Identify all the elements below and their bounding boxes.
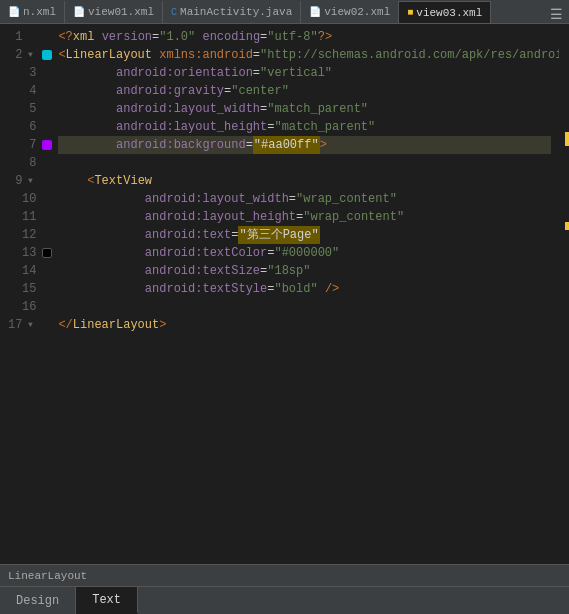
- breadcrumb-bar: LinearLayout: [0, 564, 569, 586]
- code-line-16: [58, 298, 551, 316]
- code-line-10: android:layout_width="wrap_content": [58, 190, 551, 208]
- code-line-15: android:textStyle="bold" />: [58, 280, 551, 298]
- editor-container: 1 2▼ 3 4 5 6 7 8 9▼ 10 11 12 13 14 15 16…: [0, 24, 569, 564]
- tab-bar: 📄 n.xml 📄 view01.xml C MainActivity.java…: [0, 0, 569, 24]
- tab-text[interactable]: Text: [76, 587, 138, 614]
- line-num-10: 10: [8, 190, 36, 208]
- tab-overflow-button[interactable]: ☰: [544, 6, 569, 23]
- tab-mainactivity-java[interactable]: C MainActivity.java: [163, 1, 301, 23]
- tab-view02-xml[interactable]: 📄 view02.xml: [301, 1, 399, 23]
- fold-icon-9[interactable]: ▼: [24, 175, 36, 187]
- code-line-14: android:textSize="18sp": [58, 262, 551, 280]
- line-num-14: 14: [8, 262, 36, 280]
- line-num-15: 15: [8, 280, 36, 298]
- fold-icon-17[interactable]: ▼: [24, 319, 36, 331]
- line-num-4: 4: [8, 82, 36, 100]
- code-line-7: android:background="#aa00ff">: [58, 136, 551, 154]
- gutter-marker-purple: [42, 140, 52, 150]
- right-scroll-marker: [565, 132, 569, 146]
- line-num-8: 8: [8, 154, 36, 172]
- line-num-5: 5: [8, 100, 36, 118]
- code-line-17: </LinearLayout>: [58, 316, 551, 334]
- code-line-8: [58, 154, 551, 172]
- line-num-9: 9▼: [8, 172, 36, 190]
- code-editor[interactable]: <?xml version="1.0" encoding="utf-8"?> <…: [54, 24, 559, 564]
- code-line-3: android:orientation="vertical": [58, 64, 551, 82]
- code-line-9: <TextView: [58, 172, 551, 190]
- line-num-16: 16: [8, 298, 36, 316]
- tab-n-xml[interactable]: 📄 n.xml: [0, 1, 65, 23]
- right-scroll-marker2: [565, 222, 569, 230]
- line-num-1: 1: [8, 28, 36, 46]
- gutter-marker-cyan: [42, 50, 52, 60]
- code-line-2: <LinearLayout xmlns:android="http://sche…: [58, 46, 551, 64]
- line-num-6: 6: [8, 118, 36, 136]
- code-line-6: android:layout_height="match_parent": [58, 118, 551, 136]
- gutter-marker-black: [42, 248, 52, 258]
- line-num-3: 3: [8, 64, 36, 82]
- bottom-tab-bar: Design Text: [0, 586, 569, 614]
- line-num-7: 7: [8, 136, 36, 154]
- code-line-11: android:layout_height="wrap_content": [58, 208, 551, 226]
- tab-design[interactable]: Design: [0, 587, 76, 614]
- right-gutter: [559, 24, 569, 564]
- line-numbers: 1 2▼ 3 4 5 6 7 8 9▼ 10 11 12 13 14 15 16…: [0, 24, 40, 564]
- code-line-13: android:textColor="#000000": [58, 244, 551, 262]
- tab-view03-xml[interactable]: ■ view03.xml: [399, 1, 491, 23]
- code-line-12: android:text="第三个Page": [58, 226, 551, 244]
- code-line-5: android:layout_width="match_parent": [58, 100, 551, 118]
- code-line-1: <?xml version="1.0" encoding="utf-8"?>: [58, 28, 551, 46]
- tab-view01-xml[interactable]: 📄 view01.xml: [65, 1, 163, 23]
- code-line-4: android:gravity="center": [58, 82, 551, 100]
- breadcrumb: LinearLayout: [8, 570, 87, 582]
- gutter: [40, 24, 54, 564]
- fold-icon-2[interactable]: ▼: [24, 49, 36, 61]
- line-num-17: 17▼: [8, 316, 36, 334]
- line-num-2: 2▼: [8, 46, 36, 64]
- line-num-13: 13: [8, 244, 36, 262]
- line-num-11: 11: [8, 208, 36, 226]
- line-num-12: 12: [8, 226, 36, 244]
